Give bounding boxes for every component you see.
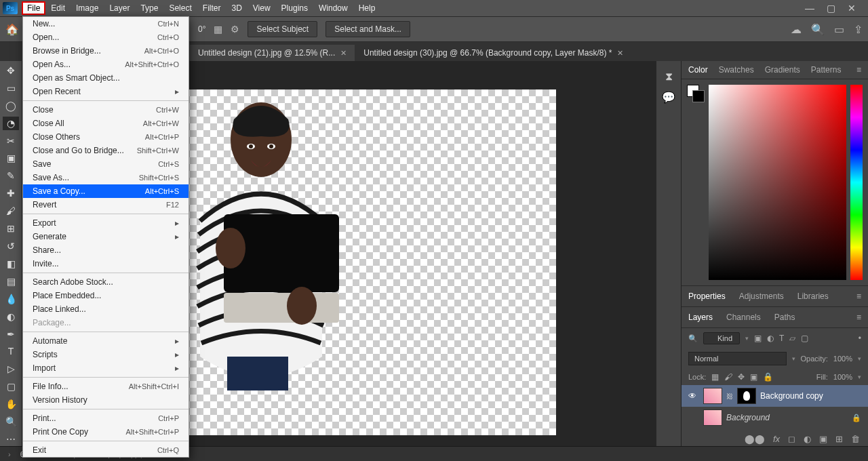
menu-item-close-and-go-to-bridge[interactable]: Close and Go to Bridge...Shift+Ctrl+W — [23, 144, 189, 157]
tab-patterns[interactable]: Patterns — [811, 65, 842, 75]
document-tab[interactable]: Untitled design (21).jpg @ 12.5% (R...✕ — [190, 45, 355, 61]
tab-color[interactable]: Color — [688, 65, 708, 75]
workspace-icon[interactable]: ▭ — [834, 23, 844, 36]
dodge-tool-icon[interactable]: ◐ — [3, 310, 19, 323]
mask-thumb[interactable] — [737, 388, 756, 404]
share-icon[interactable]: ⇪ — [854, 23, 863, 36]
menu-item-close[interactable]: CloseCtrl+W — [23, 103, 189, 117]
filter-shape-icon[interactable]: ▱ — [789, 334, 795, 343]
menu-item-generate[interactable]: Generate — [23, 230, 189, 243]
tab-gradients[interactable]: Gradients — [765, 65, 800, 75]
lock-nest-icon[interactable]: ▣ — [750, 372, 757, 382]
path-select-icon[interactable]: ▷ — [3, 362, 19, 376]
menu-3d[interactable]: 3D — [226, 1, 247, 15]
link-layers-icon[interactable]: ⬤⬤ — [745, 434, 765, 444]
layer-thumb[interactable] — [703, 388, 722, 404]
menu-item-search-adobe-stock[interactable]: Search Adobe Stock... — [23, 275, 189, 289]
lock-trans-icon[interactable]: ▦ — [711, 372, 719, 382]
rotate-degrees[interactable]: 0° — [198, 24, 205, 34]
menu-item-version-history[interactable]: Version History — [23, 393, 189, 407]
search-icon[interactable]: 🔍 — [811, 23, 825, 36]
menu-item-invite[interactable]: Invite... — [23, 257, 189, 270]
lock-all-icon[interactable]: 🔒 — [763, 372, 773, 382]
panel-menu-icon[interactable]: ≡ — [856, 292, 861, 301]
history-panel-icon[interactable]: ⧗ — [665, 71, 673, 83]
menu-type[interactable]: Type — [135, 1, 163, 15]
minimize-icon[interactable]: — — [805, 3, 814, 14]
crop-tool-icon[interactable]: ✂ — [3, 134, 19, 148]
menu-image[interactable]: Image — [71, 1, 104, 15]
menu-select[interactable]: Select — [163, 1, 197, 15]
menu-item-print[interactable]: Print...Ctrl+P — [23, 412, 189, 425]
panel-menu-icon[interactable]: ≡ — [856, 313, 861, 322]
menu-item-new[interactable]: New...Ctrl+N — [23, 17, 189, 31]
menu-item-save[interactable]: SaveCtrl+S — [23, 157, 189, 171]
menu-item-scripts[interactable]: Scripts — [23, 348, 189, 361]
frame-tool-icon[interactable]: ▣ — [3, 152, 19, 165]
menu-item-open-recent[interactable]: Open Recent — [23, 85, 189, 98]
cloud-icon[interactable]: ☁ — [791, 23, 802, 36]
fill-value[interactable]: 100% — [833, 373, 852, 381]
gradient-tool-icon[interactable]: ▤ — [3, 275, 19, 288]
filter-smart-icon[interactable]: ▢ — [801, 334, 808, 343]
lasso-tool-icon[interactable]: ◯ — [3, 99, 19, 113]
brush-tool-icon[interactable]: 🖌 — [3, 204, 19, 218]
type-tool-icon[interactable]: T — [3, 345, 19, 359]
menu-item-revert[interactable]: RevertF12 — [23, 198, 189, 212]
statusbar-chevron-icon[interactable]: › — [8, 450, 11, 458]
zoom-tool-icon[interactable]: 🔍 — [3, 415, 19, 428]
menu-item-close-others[interactable]: Close OthersAlt+Ctrl+P — [23, 130, 189, 144]
tab-paths[interactable]: Paths — [774, 313, 795, 322]
hue-slider[interactable] — [850, 85, 863, 280]
menu-layer[interactable]: Layer — [104, 1, 135, 15]
menu-item-file-info[interactable]: File Info...Alt+Shift+Ctrl+I — [23, 380, 189, 393]
tab-libraries[interactable]: Libraries — [797, 292, 829, 301]
tab-properties[interactable]: Properties — [688, 292, 726, 301]
delete-icon[interactable]: 🗑 — [851, 434, 860, 444]
history-brush-icon[interactable]: ↺ — [3, 239, 19, 253]
menu-plugins[interactable]: Plugins — [276, 1, 313, 15]
menu-item-automate[interactable]: Automate — [23, 334, 189, 348]
heal-tool-icon[interactable]: ✚ — [3, 186, 19, 200]
menu-view[interactable]: View — [248, 1, 276, 15]
blur-tool-icon[interactable]: 💧 — [3, 292, 19, 306]
blend-mode-select[interactable]: Normal — [688, 352, 787, 365]
menu-help[interactable]: Help — [353, 1, 381, 15]
move-tool-icon[interactable]: ✥ — [3, 64, 19, 77]
grid-icon[interactable]: ▦ — [214, 24, 222, 35]
tab-swatches[interactable]: Swatches — [719, 65, 754, 75]
lock-paint-icon[interactable]: 🖌 — [724, 372, 732, 382]
eraser-tool-icon[interactable]: ◧ — [3, 257, 19, 270]
visibility-icon[interactable]: 👁 — [688, 391, 699, 401]
new-layer-icon[interactable]: ⊞ — [835, 434, 843, 444]
layer-row[interactable]: 👁⛓Background copy — [682, 385, 868, 407]
menu-item-print-one-copy[interactable]: Print One CopyAlt+Shift+Ctrl+P — [23, 425, 189, 439]
select-subject-button[interactable]: Select Subject — [248, 21, 317, 37]
menu-item-share[interactable]: Share... — [23, 243, 189, 257]
menu-item-import[interactable]: Import — [23, 361, 189, 375]
menu-item-save-as[interactable]: Save As...Shift+Ctrl+S — [23, 171, 189, 184]
hand-tool-icon[interactable]: ✋ — [3, 397, 19, 411]
menu-item-open-as[interactable]: Open As...Alt+Shift+Ctrl+O — [23, 58, 189, 71]
filter-type-icon[interactable]: T — [779, 334, 784, 343]
menu-item-export[interactable]: Export — [23, 216, 189, 230]
tab-channels[interactable]: Channels — [726, 313, 761, 322]
adjustment-icon[interactable]: ◐ — [804, 434, 811, 444]
layer-row[interactable]: Background🔒 — [682, 407, 868, 428]
opacity-value[interactable]: 100% — [833, 355, 852, 363]
color-picker[interactable] — [682, 79, 868, 285]
document-tab[interactable]: Untitled design (30).jpg @ 66.7% (Backgr… — [355, 45, 631, 61]
filter-adjust-icon[interactable]: ◐ — [767, 334, 774, 343]
filter-kind-select[interactable]: Kind — [703, 332, 740, 344]
tab-layers[interactable]: Layers — [688, 313, 713, 322]
pen-tool-icon[interactable]: ✒ — [3, 327, 19, 341]
filter-toggle-icon[interactable]: • — [859, 334, 861, 343]
shape-tool-icon[interactable]: ▢ — [3, 380, 19, 393]
close-tab-icon[interactable]: ✕ — [617, 49, 623, 58]
marquee-tool-icon[interactable]: ▭ — [3, 81, 19, 95]
gear-icon[interactable]: ⚙ — [231, 24, 239, 35]
more-tools-icon[interactable]: ⋯ — [3, 433, 19, 446]
filter-image-icon[interactable]: ▣ — [754, 334, 762, 343]
panel-menu-icon[interactable]: ≡ — [856, 65, 861, 75]
menu-item-place-linked[interactable]: Place Linked... — [23, 302, 189, 316]
